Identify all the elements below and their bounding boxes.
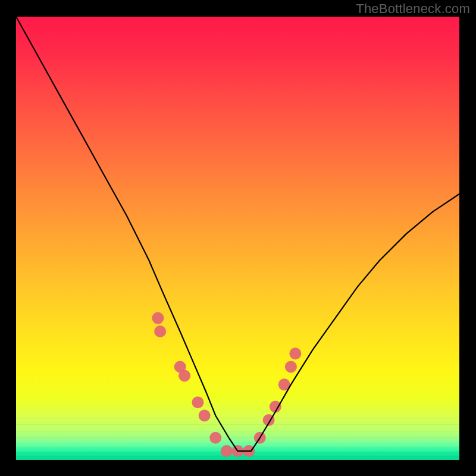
plot-area	[16, 17, 459, 460]
data-point	[221, 445, 233, 457]
data-point	[178, 369, 190, 381]
data-point	[154, 325, 166, 337]
data-point	[192, 396, 203, 408]
chart-frame: TheBottleneck.com	[0, 0, 476, 476]
gradient-background	[16, 17, 459, 460]
data-point	[152, 312, 164, 324]
data-point	[199, 410, 211, 422]
watermark-text: TheBottleneck.com	[356, 1, 470, 17]
data-point	[289, 347, 301, 359]
data-point	[209, 432, 221, 444]
chart-svg	[16, 17, 459, 460]
data-point	[285, 361, 297, 373]
